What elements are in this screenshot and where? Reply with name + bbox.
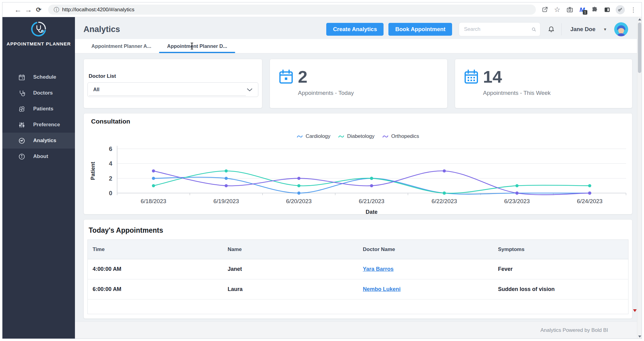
gauge-icon xyxy=(18,137,25,144)
forward-icon[interactable]: → xyxy=(23,5,34,14)
back-icon[interactable]: ← xyxy=(13,5,23,14)
bookmark-star-icon[interactable]: ☆ xyxy=(553,6,561,14)
svg-text:4: 4 xyxy=(109,160,112,167)
svg-text:Date: Date xyxy=(366,209,377,214)
app-brand-text: APPOINTMENT PLANNER xyxy=(6,41,71,47)
consultation-line-chart[interactable]: 02466/18/20236/19/20236/20/20236/21/2023… xyxy=(87,141,629,214)
malwarebytes-extension-icon[interactable]: M 1 xyxy=(578,6,586,14)
table-row: 6:00:00 AM Laura Nembo Lukeni Sudden los… xyxy=(88,279,628,300)
svg-text:6: 6 xyxy=(109,145,112,152)
appointments-week-value: 14 xyxy=(483,68,502,85)
svg-text:0: 0 xyxy=(109,190,112,196)
sidebar-item-doctors[interactable]: Doctors xyxy=(2,85,75,101)
footer-attribution: Analytics Powered by Bold BI xyxy=(540,327,608,333)
browser-window: ← → ⟳ ⓘ http://localhost:4200/#/analytic… xyxy=(2,2,642,339)
cell-time: 6:00:00 AM xyxy=(88,279,223,300)
col-name: Name xyxy=(223,240,358,259)
reload-icon[interactable]: ⟳ xyxy=(34,6,44,13)
extensions-puzzle-icon[interactable] xyxy=(591,6,599,14)
tab-appointment-planner-d[interactable]: Appointment Planner D... xyxy=(159,39,235,53)
line-series-swatch-icon xyxy=(338,135,344,138)
table-row: 4:00:00 AM Janet Yara Barros Fever xyxy=(88,259,628,279)
create-analytics-button[interactable]: Create Analytics xyxy=(326,23,384,36)
svg-text:6/24/2023: 6/24/2023 xyxy=(577,198,603,204)
notifications-bell-icon[interactable] xyxy=(548,25,555,34)
col-time: Time xyxy=(88,240,223,259)
stethoscope-icon xyxy=(18,90,25,97)
page-scrollbar[interactable] xyxy=(637,17,642,339)
legend-item-cardiology[interactable]: Cardiology xyxy=(297,133,330,139)
search-box xyxy=(459,22,540,36)
sidebar-item-analytics[interactable]: Analytics xyxy=(2,133,75,149)
browser-profile-avatar[interactable] xyxy=(616,5,625,14)
address-bar[interactable]: ⓘ http://localhost:4200/#/analytics xyxy=(48,5,536,15)
doctor-list-select[interactable]: All xyxy=(87,82,258,97)
svg-text:6/18/2023: 6/18/2023 xyxy=(141,198,166,204)
svg-text:6/22/2023: 6/22/2023 xyxy=(431,198,457,204)
legend-item-orthopedics[interactable]: Orthopedics xyxy=(382,133,419,139)
calendar-day-icon xyxy=(278,69,294,84)
search-icon[interactable] xyxy=(531,26,536,33)
sidebar-item-patients[interactable]: Patients xyxy=(2,101,75,117)
sidebar-item-schedule[interactable]: Schedule xyxy=(2,69,75,85)
footer: Analytics Powered by Bold BI xyxy=(75,321,642,339)
table-empty-row xyxy=(88,300,628,314)
col-symptoms: Symptoms xyxy=(493,240,628,259)
text-cursor-icon xyxy=(192,43,192,49)
info-icon xyxy=(18,153,25,160)
table-header-row: Time Name Doctor Name Symptoms xyxy=(88,240,628,259)
browser-toolbar: ← → ⟳ ⓘ http://localhost:4200/#/analytic… xyxy=(2,2,642,17)
calendar-icon xyxy=(18,74,25,81)
svg-text:6/20/2023: 6/20/2023 xyxy=(286,198,312,204)
chart-title: Consultation xyxy=(91,118,629,125)
page-title: Analytics xyxy=(83,25,120,34)
red-marker-icon xyxy=(633,309,637,312)
search-input[interactable] xyxy=(464,26,531,32)
chevron-down-icon xyxy=(247,88,253,92)
sidebar-item-about[interactable]: About xyxy=(2,149,75,164)
tab-appointment-planner-a[interactable]: Appointment Planner A... xyxy=(83,39,159,53)
sidebar: APPOINTMENT PLANNER Schedule Doctors Pat… xyxy=(2,17,75,339)
share-icon[interactable] xyxy=(541,6,549,14)
patients-icon xyxy=(18,106,25,113)
legend-item-diabetology[interactable]: Diabetology xyxy=(338,133,374,139)
user-menu-caret-icon[interactable]: ▾ xyxy=(604,27,606,32)
cell-name: Laura xyxy=(223,279,358,300)
consultation-chart-card: Consultation Cardiology Diabetology O xyxy=(83,113,632,214)
book-appointment-button[interactable]: Book Appointment xyxy=(388,23,452,36)
appointments-week-label: Appointments - This Week xyxy=(483,90,628,96)
todays-appointments-card: Today's Appointments Time Name Doctor Na… xyxy=(83,219,632,319)
scrollbar-thumb[interactable] xyxy=(638,23,641,73)
scroll-up-icon[interactable] xyxy=(638,18,641,20)
user-name: Jane Doe xyxy=(570,26,595,33)
line-series-swatch-icon xyxy=(297,135,303,138)
appointments-week-card: 14 Appointments - This Week xyxy=(455,59,633,108)
browser-menu-icon[interactable]: ⋮ xyxy=(629,6,637,14)
chart-legend: Cardiology Diabetology Orthopedics xyxy=(87,133,629,140)
doctor-link[interactable]: Nembo Lukeni xyxy=(363,286,401,292)
svg-text:6/21/2023: 6/21/2023 xyxy=(359,198,384,204)
header-divider xyxy=(561,23,562,35)
svg-text:2: 2 xyxy=(109,175,112,182)
side-panel-icon[interactable] xyxy=(603,6,611,14)
doctor-link[interactable]: Yara Barros xyxy=(363,266,394,272)
user-avatar[interactable] xyxy=(614,22,628,36)
doctor-list-card: Doctor List All xyxy=(83,59,262,108)
appointments-today-value: 2 xyxy=(298,68,307,85)
svg-text:6/19/2023: 6/19/2023 xyxy=(213,198,239,204)
cell-time: 4:00:00 AM xyxy=(88,259,223,279)
sidebar-item-preference[interactable]: Preference xyxy=(2,117,75,133)
dashboard-tabs: Appointment Planner A... Appointment Pla… xyxy=(75,39,642,53)
svg-text:Patient: Patient xyxy=(90,162,96,180)
key-icon xyxy=(617,7,623,13)
app-logo-icon xyxy=(31,21,46,37)
site-info-icon[interactable]: ⓘ xyxy=(54,6,59,13)
doctor-list-label: Doctor List xyxy=(89,73,258,79)
scroll-down-icon[interactable] xyxy=(638,336,641,338)
line-series-swatch-icon xyxy=(382,135,388,138)
camera-extension-icon[interactable] xyxy=(566,6,574,14)
appointments-today-label: Appointments - Today xyxy=(298,90,442,96)
doctor-list-selected-value: All xyxy=(93,87,247,92)
page-header: Analytics Create Analytics Book Appointm… xyxy=(75,17,642,39)
svg-text:6/23/2023: 6/23/2023 xyxy=(504,198,530,204)
